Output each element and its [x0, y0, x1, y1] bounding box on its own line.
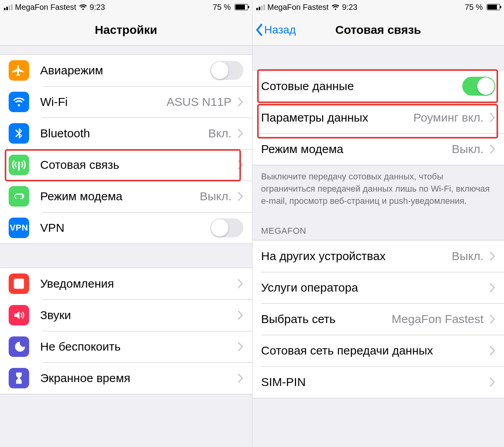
row-label: Экранное время — [40, 371, 130, 385]
row-label: Сотовая связь — [40, 158, 119, 172]
group-general: Уведомления Звуки Не беспокоить Экранное… — [0, 268, 252, 394]
signal-icon — [4, 4, 13, 10]
row-value: ASUS N11P — [167, 95, 232, 109]
row-label: Режим модема — [261, 142, 343, 156]
row-label: Сотовая сеть передачи данных — [261, 344, 433, 357]
row-label: Режим модема — [40, 190, 122, 203]
wifi-icon — [331, 4, 340, 11]
row-value: Роуминг вкл. — [413, 111, 484, 124]
row-notifications[interactable]: Уведомления — [0, 268, 252, 299]
row-label: Звуки — [40, 308, 71, 322]
nav-bar: Настройки — [0, 14, 252, 46]
signal-icon — [256, 4, 265, 10]
row-value: Выкл. — [452, 142, 484, 156]
airplane-toggle[interactable] — [210, 61, 243, 80]
screen-settings: MegaFon Fastest 9:23 75 % Настройки Авиа… — [0, 0, 252, 447]
chevron-right-icon — [489, 377, 495, 387]
row-label: Bluetooth — [40, 127, 90, 140]
carrier-label: MegaFon Fastest — [267, 3, 329, 12]
status-bar: MegaFon Fastest 9:23 75 % — [252, 0, 504, 14]
page-title: Настройки — [95, 23, 157, 37]
row-other-devices[interactable]: На других устройствах Выкл. — [252, 240, 504, 272]
row-label: Сотовые данные — [261, 79, 354, 93]
nav-bar: Назад Сотовая связь — [252, 14, 504, 46]
battery-icon — [233, 4, 248, 10]
screen-cellular: MegaFon Fastest 9:23 75 % Назад Сотовая … — [252, 0, 504, 447]
chevron-right-icon — [489, 314, 495, 324]
row-cellular[interactable]: Сотовая связь — [0, 149, 252, 181]
cellular-data-toggle[interactable] — [462, 77, 495, 96]
group-footer-note: Выключите передачу сотовых данных, чтобы… — [252, 165, 504, 210]
row-value: Выкл. — [200, 190, 232, 203]
sounds-icon — [9, 305, 29, 325]
clock-label: 9:23 — [342, 3, 358, 12]
section-header-megafon: MEGAFON — [252, 210, 504, 240]
row-wifi[interactable]: Wi-Fi ASUS N11P — [0, 86, 252, 118]
back-button[interactable]: Назад — [256, 23, 296, 37]
chevron-right-icon — [489, 251, 495, 261]
wifi-icon — [79, 4, 87, 11]
vpn-icon: VPN — [9, 218, 29, 238]
battery-pct-label: 75 % — [465, 3, 483, 12]
row-value: Вкл. — [208, 127, 232, 140]
chevron-right-icon — [237, 342, 243, 352]
group-cellular-main: Сотовые данные Параметры данных Роуминг … — [252, 70, 504, 165]
cellular-icon — [9, 155, 29, 175]
row-label: SIM-PIN — [261, 375, 306, 389]
back-label: Назад — [264, 24, 296, 36]
row-label: На других устройствах — [261, 249, 385, 263]
row-data-options[interactable]: Параметры данных Роуминг вкл. — [252, 102, 504, 133]
chevron-right-icon — [237, 279, 243, 289]
hotspot-icon — [9, 186, 29, 207]
row-value: Выкл. — [452, 249, 484, 263]
chevron-right-icon — [489, 144, 495, 154]
group-connectivity: Авиарежим Wi-Fi ASUS N11P Bluetooth Вкл.… — [0, 54, 252, 244]
carrier-label: MegaFon Fastest — [15, 3, 76, 12]
row-label: Уведомления — [40, 277, 114, 290]
row-dnd[interactable]: Не беспокоить — [0, 331, 252, 362]
chevron-right-icon — [237, 373, 243, 383]
chevron-right-icon — [237, 191, 243, 201]
clock-label: 9:23 — [90, 3, 105, 12]
chevron-right-icon — [237, 310, 243, 320]
chevron-right-icon — [489, 113, 495, 123]
row-hotspot[interactable]: Режим модема Выкл. — [252, 133, 504, 165]
screentime-icon — [9, 368, 29, 388]
row-label: Wi-Fi — [40, 95, 68, 109]
row-label: Услуги оператора — [261, 281, 358, 294]
row-hotspot[interactable]: Режим модема Выкл. — [0, 181, 252, 212]
chevron-right-icon — [237, 160, 243, 170]
row-label: Выбрать сеть — [261, 312, 335, 326]
row-label: Параметры данных — [261, 111, 368, 124]
row-screentime[interactable]: Экранное время — [0, 362, 252, 394]
row-value: MegaFon Fastest — [392, 312, 484, 326]
battery-pct-label: 75 % — [213, 3, 231, 12]
row-label: Авиарежим — [40, 64, 103, 77]
status-bar: MegaFon Fastest 9:23 75 % — [0, 0, 252, 14]
page-title: Сотовая связь — [335, 23, 421, 37]
chevron-left-icon — [256, 23, 263, 37]
row-sounds[interactable]: Звуки — [0, 299, 252, 331]
dnd-icon — [9, 336, 29, 357]
airplane-icon — [9, 60, 29, 81]
wifi-settings-icon — [9, 92, 29, 112]
row-label: Не беспокоить — [40, 340, 120, 353]
vpn-toggle[interactable] — [210, 218, 243, 237]
row-cellular-data[interactable]: Сотовые данные — [252, 70, 504, 102]
group-megafon: На других устройствах Выкл. Услуги опера… — [252, 240, 504, 398]
row-apn[interactable]: Сотовая сеть передачи данных — [252, 335, 504, 366]
battery-icon — [485, 4, 500, 10]
bluetooth-icon — [9, 123, 29, 144]
chevron-right-icon — [237, 97, 243, 107]
row-carrier-services[interactable]: Услуги оператора — [252, 272, 504, 303]
chevron-right-icon — [489, 345, 495, 356]
row-sim-pin[interactable]: SIM-PIN — [252, 366, 504, 398]
chevron-right-icon — [489, 283, 495, 293]
row-airplane[interactable]: Авиарежим — [0, 55, 252, 86]
row-bluetooth[interactable]: Bluetooth Вкл. — [0, 118, 252, 149]
notifications-icon — [9, 273, 29, 294]
chevron-right-icon — [237, 128, 243, 139]
row-select-network[interactable]: Выбрать сеть MegaFon Fastest — [252, 303, 504, 335]
row-vpn[interactable]: VPN VPN — [0, 212, 252, 244]
row-label: VPN — [40, 221, 65, 235]
